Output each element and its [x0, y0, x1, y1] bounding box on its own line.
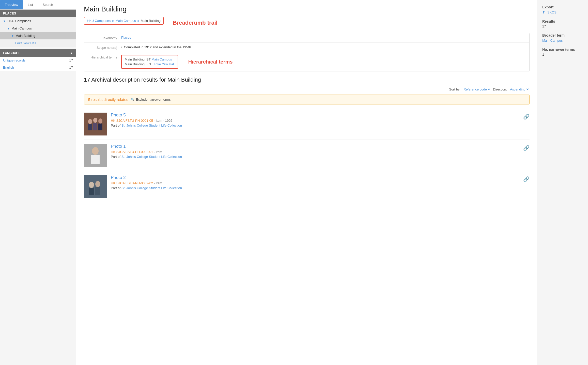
result-info-photo2: Photo 2 HK SJCA FSTU-PH-0002-02 · Item P… — [111, 175, 530, 190]
hier-link-loke-yew-hall[interactable]: Loke Yew Hall — [154, 62, 175, 66]
result-dot-photo1: · — [154, 150, 156, 154]
result-part-photo5: Part of St. John's College Student Life … — [111, 124, 530, 127]
broader-term-label: Broader term — [542, 33, 583, 37]
breadcrumb-row: HKU Campuses » Main Campus » Main Buildi… — [84, 17, 530, 29]
chevron-down-icon: ▼ — [7, 27, 10, 30]
svg-rect-13 — [89, 188, 94, 195]
sort-by-select[interactable]: Reference code — [462, 87, 491, 92]
hier-prefix-bt: Main Building: BT — [125, 57, 151, 61]
hier-row-bt: Main Building: BT Main Campus — [125, 57, 175, 61]
language-section: LANGUAGE ▲ Unique records 17 English 17 — [0, 49, 76, 71]
result-item-photo5: Photo 5 HK SJCA FSTU-PH-0001-05 · Item ·… — [84, 109, 530, 140]
chevron-down-icon: ▼ — [3, 20, 6, 23]
info-box: Taxonomy Places Scope note(s) Completed … — [84, 33, 530, 71]
tree-item-loke-yew-hall[interactable]: Loke Yew Hall — [0, 39, 76, 47]
result-collection-photo1[interactable]: St. John's College Student Life Collecti… — [121, 155, 182, 159]
breadcrumb-main-campus[interactable]: Main Campus — [115, 19, 136, 23]
scope-row: Scope note(s) Completed in 1912 and exte… — [84, 43, 529, 52]
narrower-terms-label: No. narrower terms — [542, 48, 583, 52]
results-label: Results — [542, 19, 583, 23]
svg-point-3 — [98, 118, 102, 124]
taxonomy-link[interactable]: Places — [121, 36, 131, 39]
result-thumbnail-photo5 — [84, 113, 107, 135]
result-dot-photo2: · — [154, 181, 156, 185]
hierarchical-label: Hierarchical terms — [88, 55, 121, 59]
tab-search[interactable]: Search — [38, 0, 58, 9]
hier-row-nt: Main Building: • NT Loke Yew Hall — [125, 62, 175, 66]
language-unique-records[interactable]: Unique records 17 — [0, 57, 76, 64]
svg-rect-9 — [91, 155, 100, 164]
result-title-photo1[interactable]: Photo 1 — [111, 144, 530, 149]
svg-rect-4 — [88, 124, 92, 130]
export-label: Export — [542, 5, 583, 9]
scope-label: Scope note(s) — [88, 45, 121, 50]
narrower-terms-section: No. narrower terms 1 — [542, 48, 583, 56]
result-item-photo1: Photo 1 HK SJCA FSTU-PH-0002-01 · Item P… — [84, 140, 530, 171]
svg-point-11 — [89, 182, 94, 188]
places-header: PLACES — [0, 10, 76, 17]
result-thumbnail-photo1 — [84, 144, 107, 167]
result-thumbnail-photo2 — [84, 175, 107, 198]
svg-point-8 — [92, 147, 99, 155]
breadcrumb-hku-campuses[interactable]: HKU Campuses — [87, 19, 111, 23]
tab-treeview[interactable]: Treeview — [0, 0, 23, 9]
result-item-photo2: Photo 2 HK SJCA FSTU-PH-0002-02 · Item P… — [84, 171, 530, 202]
direction-label: Direction: — [493, 87, 507, 91]
exclude-narrower-terms-link[interactable]: 🔍 Exclude narrower terms — [131, 98, 171, 101]
result-collection-photo2[interactable]: St. John's College Student Life Collecti… — [121, 186, 182, 190]
breadcrumb-annotation-label: Breadcrumb trail — [173, 20, 218, 26]
direct-results-banner: 5 results directly related 🔍 Exclude nar… — [84, 95, 530, 104]
upload-icon: ⬆ — [542, 10, 545, 14]
result-part-photo2: Part of St. John's College Student Life … — [111, 186, 530, 190]
result-code-photo1[interactable]: HK SJCA FSTU-PH-0002-01 — [111, 150, 153, 154]
breadcrumb: HKU Campuses » Main Campus » Main Buildi… — [84, 17, 164, 25]
hierarchical-terms-box: Main Building: BT Main Campus Main Build… — [121, 55, 178, 69]
result-collection-photo5[interactable]: St. John's College Student Life Collecti… — [121, 124, 182, 127]
chevron-up-icon: ▲ — [70, 51, 73, 55]
tree-item-main-building[interactable]: ▼ Main Building — [0, 32, 76, 39]
sidebar: Treeview List Search PLACES ▼ HKU Campus… — [0, 0, 76, 365]
hier-link-main-campus[interactable]: Main Campus — [151, 57, 172, 61]
result-meta-photo2: HK SJCA FSTU-PH-0002-02 · Item — [111, 181, 530, 185]
result-code-photo5[interactable]: HK SJCA FSTU-PH-0001-05 — [111, 119, 153, 123]
clip-icon-photo5[interactable]: 🔗 — [523, 114, 530, 120]
sidebar-tree: ▼ HKU Campuses ▼ Main Campus ▼ Main Buil… — [0, 17, 76, 47]
scope-value: Completed in 1912 and extended in the 19… — [121, 45, 525, 49]
taxonomy-row: Taxonomy Places — [84, 33, 529, 43]
page-title: Main Building — [84, 5, 530, 13]
narrower-terms-count: 1 — [542, 53, 583, 56]
results-list: Photo 5 HK SJCA FSTU-PH-0001-05 · Item ·… — [84, 109, 530, 202]
result-type-photo5: Item — [156, 119, 162, 123]
result-title-photo2[interactable]: Photo 2 — [111, 175, 530, 180]
taxonomy-label: Taxonomy — [88, 36, 121, 40]
language-header[interactable]: LANGUAGE ▲ — [0, 49, 76, 57]
svg-rect-5 — [93, 123, 97, 130]
direction-select[interactable]: Ascending — [509, 87, 530, 92]
taxonomy-value: Places — [121, 36, 525, 39]
result-meta-photo1: HK SJCA FSTU-PH-0002-01 · Item — [111, 150, 530, 154]
skos-link[interactable]: SKOS — [547, 10, 556, 14]
result-title-photo5[interactable]: Photo 5 — [111, 113, 530, 118]
result-type-photo2: Item — [156, 181, 162, 185]
hierarchical-row: Hierarchical terms Main Building: BT Mai… — [84, 52, 529, 71]
clip-icon-photo2[interactable]: 🔗 — [523, 176, 530, 182]
broader-term-section: Broader term Main Campus — [542, 33, 583, 42]
svg-point-1 — [88, 119, 92, 124]
language-english[interactable]: English 17 — [0, 64, 76, 71]
tree-item-main-campus[interactable]: ▼ Main Campus — [0, 25, 76, 32]
result-part-photo1: Part of St. John's College Student Life … — [111, 155, 530, 159]
broader-term-value[interactable]: Main Campus — [542, 39, 563, 42]
tab-list[interactable]: List — [23, 0, 38, 9]
sort-by-label: Sort by: — [449, 87, 460, 91]
clip-icon-photo1[interactable]: 🔗 — [523, 145, 530, 151]
search-small-icon: 🔍 — [131, 98, 135, 101]
result-meta-photo5: HK SJCA FSTU-PH-0001-05 · Item · 1992 — [111, 119, 530, 123]
result-year-photo5: 1992 — [165, 119, 172, 123]
tree-item-hku-campuses[interactable]: ▼ HKU Campuses — [0, 17, 76, 25]
hierarchical-value: Main Building: BT Main Campus Main Build… — [121, 55, 525, 69]
breadcrumb-main-building: Main Building — [141, 19, 161, 23]
result-code-photo2[interactable]: HK SJCA FSTU-PH-0002-02 — [111, 181, 153, 185]
svg-rect-6 — [98, 124, 102, 130]
skos-link-container: ⬆ SKOS — [542, 10, 583, 14]
result-info-photo5: Photo 5 HK SJCA FSTU-PH-0001-05 · Item ·… — [111, 113, 530, 127]
